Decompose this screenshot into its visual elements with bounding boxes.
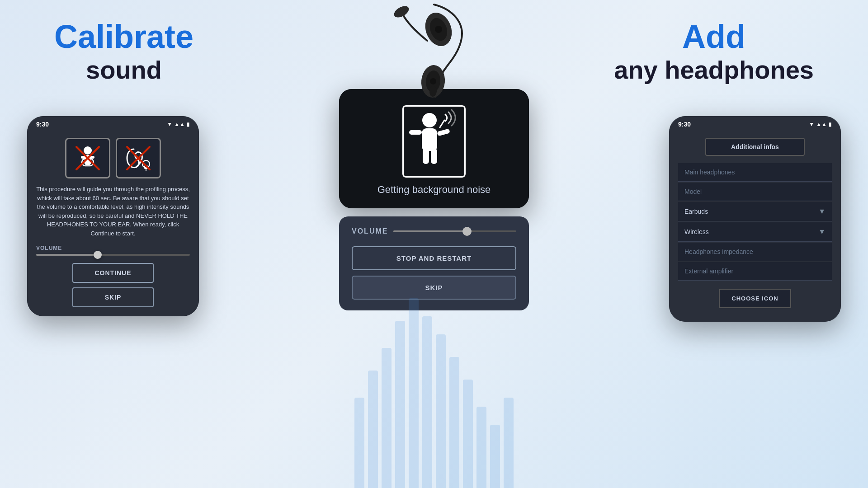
svg-point-2 [435,26,442,33]
figure-illustration [402,105,466,178]
right-phone: 9:30 ▼ ▲▲ ▮ Additional infos Main headph… [669,116,841,322]
volume-control-card: VOLUME STOP AND RESTART SKIP [339,216,529,310]
center-skip-button[interactable]: SKIP [352,276,516,300]
right-status-time: 9:30 [678,121,691,128]
battery-icon: ▮ [187,121,190,127]
svg-rect-23 [437,129,450,136]
phones-row: 9:30 ▼ ▲▲ ▮ [0,89,868,322]
headphones-warning-box [65,138,110,178]
svg-point-7 [392,4,410,19]
external-amplifier-field[interactable]: External amplifier [678,262,832,281]
right-wifi-icon: ▼ [809,121,814,127]
right-status-bar: 9:30 ▼ ▲▲ ▮ [669,116,841,131]
warning-icons-row [36,138,190,178]
sound-subtitle: sound [86,55,162,84]
right-status-icons: ▼ ▲▲ ▮ [809,121,832,127]
earphones-illustration [353,0,515,99]
choose-icon-button[interactable]: CHOOSE ICON [719,289,791,308]
svg-point-5 [430,78,436,84]
signal-icon: ▲▲ [174,121,185,127]
headphones-impedance-field[interactable]: Headphones impedance [678,243,832,261]
any-headphones-subtitle: any headphones [614,55,814,84]
left-volume-section: VOLUME [36,245,190,256]
earbuds-dropdown-arrow: ▼ [818,207,826,216]
top-area: Calibrate sound Add any headphones [0,0,868,84]
center-card: Getting background noise [339,89,529,208]
ear-warning-box [116,138,161,178]
svg-rect-25 [431,148,437,164]
left-phone: 9:30 ▼ ▲▲ ▮ [27,116,199,316]
left-status-bar: 9:30 ▼ ▲▲ ▮ [27,116,199,131]
additional-infos-button[interactable]: Additional infos [705,138,805,156]
headphones-warning-icon [72,142,104,174]
calibrate-title: Calibrate [54,18,193,55]
left-skip-button[interactable]: SKIP [72,287,154,307]
center-volume-top: VOLUME [352,227,516,235]
svg-point-8 [84,146,92,155]
person-with-sound-icon [405,108,463,175]
right-phone-content: Additional infos Main headphones Model E… [669,131,841,322]
left-status-icons: ▼ ▲▲ ▮ [167,121,190,127]
center-volume-label: VOLUME [352,227,388,235]
wireless-dropdown-arrow: ▼ [818,228,826,236]
left-status-time: 9:30 [36,121,49,128]
header-left: Calibrate sound [54,18,193,84]
left-volume-slider[interactable] [36,254,190,256]
svg-point-20 [422,113,437,127]
left-phone-content: This procedure will guide you through th… [27,131,199,316]
add-title: Add [682,18,745,55]
ear-warning-icon [123,142,154,174]
center-top: Getting background noise [339,89,529,208]
right-battery-icon: ▮ [829,121,832,127]
model-field[interactable]: Model [678,183,832,201]
stop-restart-button[interactable]: STOP AND RESTART [352,246,516,270]
center-volume-slider[interactable] [393,230,516,232]
svg-rect-21 [422,128,437,151]
earbuds-dropdown[interactable]: Earbuds ▼ [678,202,832,221]
earphones-svg [353,0,515,99]
right-signal-icon: ▲▲ [816,121,827,127]
getting-bg-noise-text: Getting background noise [377,184,491,196]
wifi-icon: ▼ [167,121,172,127]
wireless-dropdown[interactable]: Wireless ▼ [678,222,832,242]
center-card-wrapper: Getting background noise VOLUME STOP AND… [339,89,529,310]
main-headphones-field[interactable]: Main headphones [678,163,832,182]
svg-line-26 [440,120,444,127]
svg-rect-22 [409,130,422,135]
continue-button[interactable]: CONTINUE [72,263,154,283]
warning-text: This procedure will guide you through th… [36,185,190,238]
header-right: Add any headphones [614,18,814,84]
left-volume-label: VOLUME [36,245,190,251]
svg-rect-24 [423,148,429,164]
